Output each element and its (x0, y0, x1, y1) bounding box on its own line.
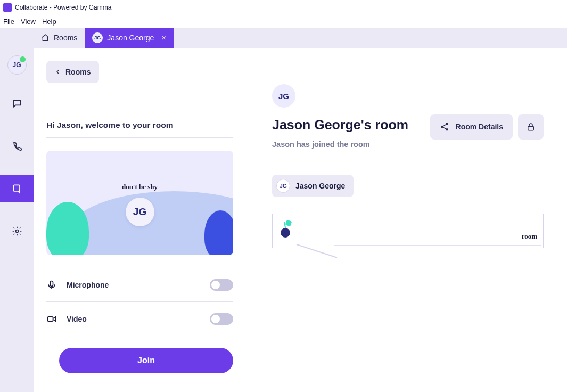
chevron-left-icon (55, 69, 61, 75)
participant-name: Jason George (295, 182, 345, 190)
svg-point-1 (15, 230, 18, 233)
menu-file[interactable]: File (3, 18, 14, 26)
room-join-panel: Rooms Hi Jason, welcome to your room don… (34, 48, 246, 392)
whiteboard-line (297, 244, 338, 258)
back-label: Rooms (65, 68, 91, 76)
room-title: Jason George's room (272, 117, 422, 133)
video-toggle[interactable] (210, 313, 233, 325)
room-details-label: Room Details (456, 123, 503, 131)
close-icon[interactable]: ✕ (161, 35, 166, 42)
whiteboard-flag-icon (278, 222, 293, 236)
menu-help[interactable]: Help (42, 18, 56, 26)
sidebar: JG (0, 48, 34, 392)
tabbar: Rooms JG Jason George ✕ (0, 28, 567, 48)
room-details-button[interactable]: Room Details (430, 114, 513, 140)
svg-point-6 (446, 128, 448, 131)
svg-rect-3 (48, 316, 53, 321)
svg-rect-7 (528, 126, 534, 130)
room-subtitle: Jason has joined the room (272, 140, 422, 149)
sidebar-settings[interactable] (0, 217, 34, 245)
tab-avatar: JG (92, 32, 103, 43)
preview-avatar: JG (126, 198, 154, 226)
back-to-rooms-button[interactable]: Rooms (46, 61, 99, 83)
lock-icon (526, 122, 536, 132)
app-logo-icon (3, 3, 12, 12)
preview-caption: don't be shy (122, 183, 158, 191)
participant-avatar: JG (276, 179, 290, 193)
svg-rect-0 (13, 185, 20, 191)
svg-point-5 (441, 126, 443, 128)
sidebar-rooms[interactable] (0, 175, 34, 202)
svg-point-4 (446, 123, 448, 126)
divider (46, 137, 233, 138)
home-icon (41, 34, 50, 42)
video-label: Video (67, 315, 210, 323)
participant-chip[interactable]: JG Jason George (272, 175, 354, 197)
sidebar-chat[interactable] (0, 89, 34, 117)
preview-bush-left (46, 202, 89, 255)
tab-active-label: Jason George (107, 34, 154, 42)
window-titlebar: Collaborate - Powered by Gamma (0, 0, 567, 15)
join-button[interactable]: Join (59, 348, 233, 373)
user-avatar[interactable]: JG (7, 55, 27, 75)
menu-view[interactable]: View (21, 18, 36, 26)
whiteboard-text: room (522, 232, 537, 241)
microphone-label: Microphone (67, 281, 210, 289)
microphone-icon (46, 280, 57, 290)
divider (272, 164, 544, 164)
svg-rect-2 (51, 281, 53, 286)
microphone-row: Microphone (46, 268, 233, 302)
tab-jason-george[interactable]: JG Jason George ✕ (85, 28, 174, 48)
menubar: File View Help (0, 15, 567, 28)
join-button-label: Join (137, 356, 155, 365)
tab-rooms[interactable]: Rooms (34, 28, 85, 48)
welcome-heading: Hi Jason, welcome to your room (46, 120, 233, 130)
sidebar-calls[interactable] (0, 132, 34, 160)
preview-bush-right (204, 210, 233, 255)
room-avatar: JG (272, 84, 295, 108)
room-detail-panel: JG Jason George's room Jason has joined … (246, 48, 567, 392)
window-title: Collaborate - Powered by Gamma (15, 4, 111, 11)
tab-rooms-label: Rooms (54, 34, 77, 42)
lock-button[interactable] (518, 114, 544, 140)
video-icon (46, 314, 57, 324)
tab-avatar-initials: JG (93, 33, 102, 43)
share-icon (440, 122, 449, 132)
user-avatar-initials: JG (9, 57, 25, 73)
room-whiteboard[interactable]: room (272, 214, 544, 248)
whiteboard-hline (334, 245, 541, 246)
video-preview: don't be shy JG (46, 151, 233, 255)
microphone-toggle[interactable] (210, 279, 233, 291)
video-row: Video (46, 302, 233, 336)
